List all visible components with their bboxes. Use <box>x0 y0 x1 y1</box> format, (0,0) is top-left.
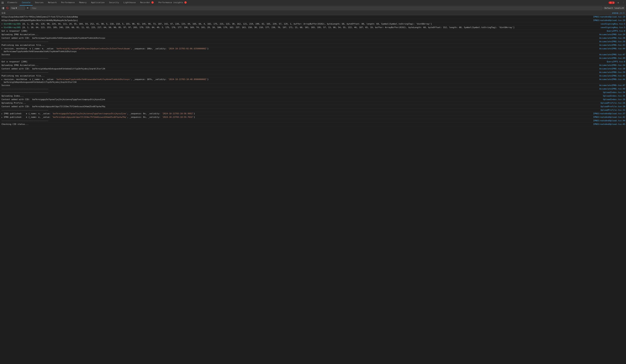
log-entry: Uint8Array(68) [8, 1, 18, 64, 123, 253, … <box>0 26 626 29</box>
log-source[interactable]: AccumulateIPNS.tsx:38 <box>599 67 625 70</box>
log-source[interactable]: AccumulateIPNS.tsx:47 <box>599 53 625 56</box>
log-source[interactable]: AccumulateIPNS.tsx:49 <box>599 57 625 59</box>
log-message: revision, nextValue e {_name: e, _value:… <box>4 78 599 81</box>
log-message: -------------------------------------- <box>1 109 601 112</box>
log-source[interactable]: UploadIndex.tsx:39 <box>603 98 625 101</box>
issue-bar-left: 없음 <box>1 11 5 14</box>
log-message: Got a response! [200] <box>1 30 607 33</box>
expand-arrow-icon[interactable] <box>1 26 4 29</box>
log-message: -------------------------------------- <box>1 87 599 90</box>
log-source[interactable]: IPNSCreateAndUpload.tsx:44 <box>593 119 625 122</box>
log-entry: Content added with CID: bafkreibqhidgoyu… <box>0 105 626 108</box>
expand-arrow-icon[interactable]: ▶ <box>1 78 4 80</box>
tab-elements[interactable]: Elements <box>5 0 20 5</box>
context-selector[interactable]: top ▼ <box>10 6 25 10</box>
log-entry: --------------------------------------Ac… <box>0 87 626 91</box>
log-message: -------------------------------------- <box>1 119 593 122</box>
tab-sources[interactable]: Sources <box>33 0 46 5</box>
expand-arrow-icon[interactable] <box>1 23 4 25</box>
console-toolbar: 🚫 top ▼ 👁 Default levels ▼ <box>0 5 626 11</box>
log-message: Uint8Array(68) [8, 1, 18, 64, 123, 253, … <box>4 26 601 29</box>
log-source[interactable]: IPNSCreateAndUpload.tsx:19 <box>593 15 625 18</box>
log-source[interactable]: UploadProfile.tsx:31 <box>601 109 625 111</box>
console-content[interactable]: k51qzi5uqu5dkwckb67lhrf992ej3dk62ymes27r… <box>0 15 626 364</box>
log-entry: --------------------------------------IP… <box>0 119 626 123</box>
log-entry: Content added with CID: bafkreiaww7ipyhz… <box>0 36 626 40</box>
log-source[interactable]: AccumulateIPNS.tsx:49 <box>599 87 625 90</box>
tab-memory[interactable]: Memory <box>77 0 89 5</box>
tab-application[interactable]: Application <box>89 0 107 5</box>
log-source[interactable]: UploadIndex.tsx:35 <box>603 95 625 97</box>
log-entry: ▶IPNS published: e {_name: n, _value: 'b… <box>0 112 626 116</box>
more-options-icon[interactable]: ⋮ <box>622 1 625 5</box>
log-entry: Uploading Profile...UploadProfile.tsx:26 <box>0 101 626 105</box>
log-message: Uploading Index... <box>1 95 603 98</box>
svg-rect-0 <box>1 2 4 2</box>
clear-console-icon[interactable]: 🚫 <box>5 6 9 10</box>
devtools-menu-icon[interactable] <box>1 1 4 5</box>
log-source[interactable]: AccumulateIPNS.tsx:44 <box>599 47 625 50</box>
log-entry: Got a response! [200]QueryIPFS.tsx:8 <box>0 29 626 33</box>
log-message: Got a response! [200] <box>1 60 607 63</box>
log-source[interactable]: AccumulateIPNS.tsx:34 <box>599 33 625 36</box>
log-source[interactable]: saveSigningKey.tsx:5 <box>601 26 625 29</box>
issue-bar-source[interactable]: popup.js:1 <box>612 12 625 14</box>
levels-selector[interactable]: Default levels ▼ <box>603 6 625 10</box>
tab-security[interactable]: Security <box>107 0 121 5</box>
log-source[interactable]: UploadIndex.tsx:34 <box>603 91 625 94</box>
tab-performance-insights[interactable]: Performance insights 🔴 <box>156 0 189 5</box>
tab-console[interactable]: Console <box>20 0 33 5</box>
filter-input[interactable] <box>30 6 603 10</box>
issue-bar-right[interactable]: popup.js:1 <box>612 12 625 14</box>
log-source[interactable]: QueryIPFS.tsx:8 <box>607 30 625 32</box>
log-source[interactable]: AccumulateIPNS.tsx:44 <box>599 78 625 81</box>
log-source[interactable]: AccumulateIPNS.tsx:39 <box>599 40 625 43</box>
log-entry: --------------------------------------Up… <box>0 91 626 94</box>
expand-arrow-icon[interactable]: ▶ <box>1 112 4 115</box>
log-message: Content added with CID: bafkreigqpy5o7qx… <box>1 98 603 101</box>
log-source[interactable]: IPNSCreateAndUpload.tsx:42 <box>593 116 625 118</box>
log-message-complex: ▶revision, nextValue e {_name: e, _value… <box>1 47 599 53</box>
log-source[interactable]: UploadProfile.tsx:30 <box>601 105 625 108</box>
log-message: Publishing new accumulation file... <box>1 44 599 47</box>
log-message: IPNS published: e {_name: e, _value: 'ba… <box>4 116 593 119</box>
eye-icon[interactable]: 👁 <box>26 6 29 10</box>
log-entry: Uint8Array(68) [8, 1, 18, 64, 128, 98, 2… <box>0 22 626 26</box>
log-source[interactable]: AccumulateIPNS.tsx:43 <box>599 44 625 46</box>
log-message: Uploading Profile... <box>1 102 601 105</box>
expand-arrow-icon[interactable]: ▶ <box>1 116 4 118</box>
log-message-line2: bafkreiaww7ipyhzok6xfeh6taxwxabalka4ifxy… <box>1 50 599 53</box>
log-message: Success <box>1 84 599 87</box>
svg-rect-3 <box>2 7 3 9</box>
sidebar-toggle-icon[interactable] <box>1 6 5 10</box>
log-source[interactable]: IPNSCreateAndUpload.tsx:37 <box>593 112 625 115</box>
log-source[interactable]: AccumulateIPNS.tsx:39 <box>599 71 625 73</box>
log-source[interactable]: QueryIPFS.tsx:8 <box>607 60 625 63</box>
tab-recorder[interactable]: Recorder 🔴 <box>138 0 156 5</box>
log-entry: Uploading Index...UploadIndex.tsx:35 <box>0 94 626 98</box>
expand-arrow-icon[interactable]: ▶ <box>1 47 4 50</box>
log-message: Uint8Array(68) [8, 1, 18, 64, 128, 98, 2… <box>4 23 601 26</box>
tab-network[interactable]: Network <box>46 0 59 5</box>
log-source[interactable]: saveSigningKey.tsx:5 <box>601 23 625 25</box>
log-source[interactable]: AccumulateIPNS.tsx:34 <box>599 64 625 66</box>
issue-badge[interactable]: 🔴 1 <box>609 1 615 4</box>
log-message: IPNS published: e {_name: n, _value: 'ba… <box>4 112 593 115</box>
log-entry: Uploading IPNS Accumulation...Accumulate… <box>0 33 626 36</box>
tab-lighthouse[interactable]: Lighthouse <box>121 0 138 5</box>
log-message: Publishing new accumulation file... <box>1 74 599 77</box>
log-source[interactable]: UploadProfile.tsx:26 <box>601 102 625 104</box>
log-entry: Checking CID status...IPNSCreateAndUploa… <box>0 123 626 126</box>
log-source[interactable]: AccumulateIPNS.tsx:38 <box>599 37 625 39</box>
svg-rect-2 <box>1 3 4 4</box>
log-message-line2: bafkreigtb6qvk6xkxguoxb4lbtbdsm2itfip2bf… <box>1 81 599 83</box>
issue-bar: 없음 popup.js:1 <box>0 11 626 15</box>
log-source[interactable]: IPNSCreateAndUpload.tsx:20 <box>593 19 625 22</box>
log-entry: k51qzi5uqu5dkwckb67lhrf992ej3dk62ymes27r… <box>0 15 626 19</box>
log-source[interactable]: AccumulateIPNS.tsx:43 <box>599 74 625 77</box>
log-source[interactable]: AccumulateIPNS.tsx:47 <box>599 84 625 87</box>
settings-icon[interactable]: ⚙ <box>616 1 620 5</box>
tab-performance[interactable]: Performance <box>59 0 77 5</box>
log-source[interactable]: IPNSCreateAndUpload.tsx:45 <box>593 123 625 126</box>
log-entry: --------------------------------------Ac… <box>0 40 626 44</box>
